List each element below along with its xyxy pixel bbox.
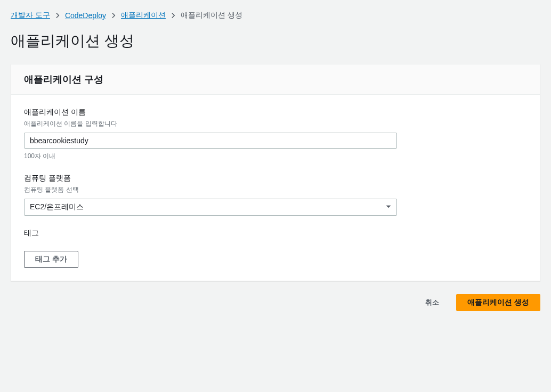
platform-select-button[interactable]: EC2/온프레미스 <box>24 199 397 216</box>
breadcrumb-current: 애플리케이션 생성 <box>181 11 242 20</box>
footer-actions: 취소 애플리케이션 생성 <box>11 294 540 311</box>
chevron-right-icon <box>170 12 176 19</box>
breadcrumb-link-codedeploy[interactable]: CodeDeploy <box>65 11 106 20</box>
app-config-card: 애플리케이션 구성 애플리케이션 이름 애플리케이션 이름을 입력합니다 100… <box>11 64 540 281</box>
tags-group: 태그 태그 추가 <box>24 228 527 268</box>
app-name-hint: 애플리케이션 이름을 입력합니다 <box>24 119 527 128</box>
tags-label: 태그 <box>24 228 527 238</box>
card-body: 애플리케이션 이름 애플리케이션 이름을 입력합니다 100자 이내 컴퓨팅 플… <box>11 95 540 281</box>
platform-hint: 컴퓨팅 플랫폼 선택 <box>24 185 527 194</box>
breadcrumb-link-applications[interactable]: 애플리케이션 <box>121 11 166 20</box>
platform-label: 컴퓨팅 플랫폼 <box>24 174 527 183</box>
page-title: 애플리케이션 생성 <box>11 31 540 51</box>
app-name-input[interactable] <box>24 133 397 149</box>
card-header-title: 애플리케이션 구성 <box>24 73 527 86</box>
create-application-button[interactable]: 애플리케이션 생성 <box>456 294 540 311</box>
add-tag-button[interactable]: 태그 추가 <box>24 251 78 268</box>
chevron-right-icon <box>110 12 117 19</box>
chevron-right-icon <box>54 12 61 19</box>
app-name-helper: 100자 이내 <box>24 152 527 161</box>
breadcrumb: 개발자 도구 CodeDeploy 애플리케이션 애플리케이션 생성 <box>11 11 540 20</box>
platform-select[interactable]: EC2/온프레미스 <box>24 199 397 216</box>
breadcrumb-link-devtools[interactable]: 개발자 도구 <box>11 11 50 20</box>
card-header: 애플리케이션 구성 <box>11 64 540 95</box>
cancel-button[interactable]: 취소 <box>415 295 450 311</box>
app-name-group: 애플리케이션 이름 애플리케이션 이름을 입력합니다 100자 이내 <box>24 108 527 161</box>
platform-group: 컴퓨팅 플랫폼 컴퓨팅 플랫폼 선택 EC2/온프레미스 <box>24 174 527 216</box>
app-name-label: 애플리케이션 이름 <box>24 108 527 117</box>
